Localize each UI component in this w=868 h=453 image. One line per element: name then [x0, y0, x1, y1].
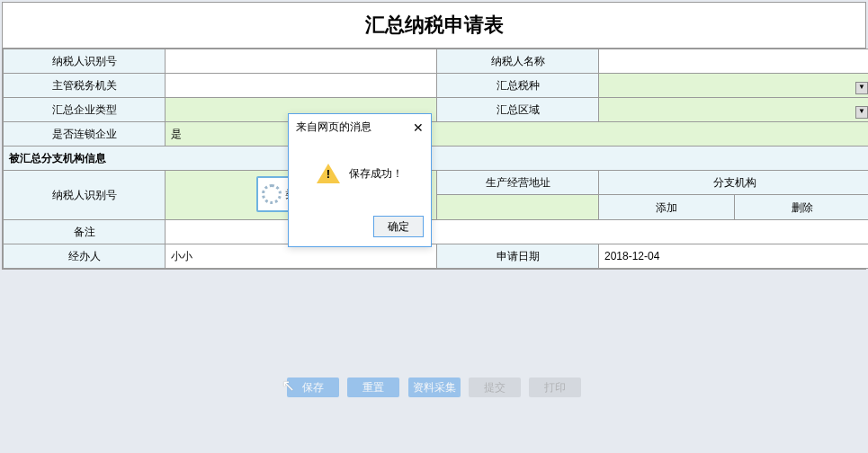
warning-icon	[317, 164, 340, 183]
dialog-title: 来自网页的消息	[296, 120, 371, 135]
message-dialog: 来自网页的消息 ✕ 保存成功！ 确定	[288, 113, 432, 247]
dialog-message: 保存成功！	[349, 166, 403, 182]
close-icon[interactable]: ✕	[413, 121, 424, 134]
spinner-icon	[262, 184, 282, 204]
ok-button[interactable]: 确定	[373, 216, 424, 237]
modal-overlay	[0, 0, 868, 453]
